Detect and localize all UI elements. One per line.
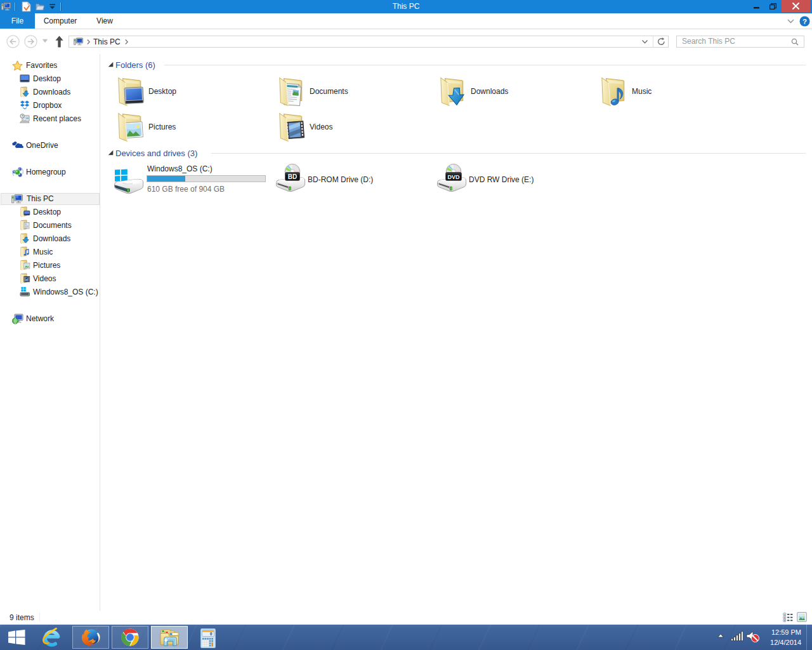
svg-text:0: 0 xyxy=(210,632,213,637)
svg-text:DVD: DVD xyxy=(447,174,460,180)
svg-text:?: ? xyxy=(802,18,807,25)
svg-text:BD: BD xyxy=(288,173,297,180)
